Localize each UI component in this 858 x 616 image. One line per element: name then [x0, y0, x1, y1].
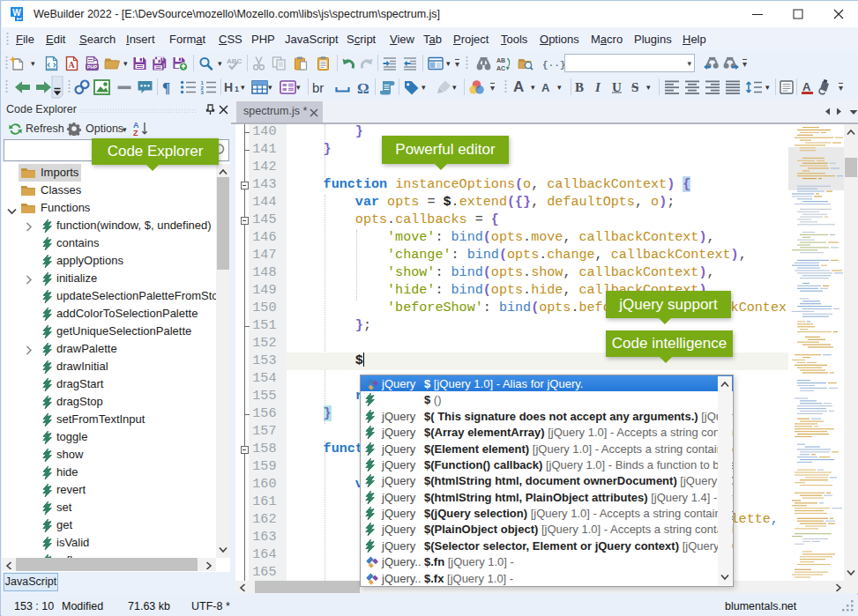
svg-text:¶: ¶ — [162, 79, 170, 95]
svg-text:H: H — [224, 80, 233, 94]
svg-text:{··}: {··} — [542, 59, 565, 70]
svg-text:A: A — [802, 80, 811, 93]
svg-text:ABC: ABC — [227, 56, 242, 64]
svg-text:Ω: Ω — [357, 80, 369, 95]
svg-text:AC: AC — [496, 64, 505, 71]
svg-text:W: W — [12, 8, 21, 18]
svg-text:1: 1 — [235, 85, 239, 93]
svg-text:3: 3 — [201, 90, 205, 95]
svg-text:Z: Z — [133, 129, 138, 137]
svg-text:AB: AB — [496, 56, 505, 63]
svg-text:PHP: PHP — [87, 63, 98, 69]
svg-text:A: A — [69, 60, 76, 70]
